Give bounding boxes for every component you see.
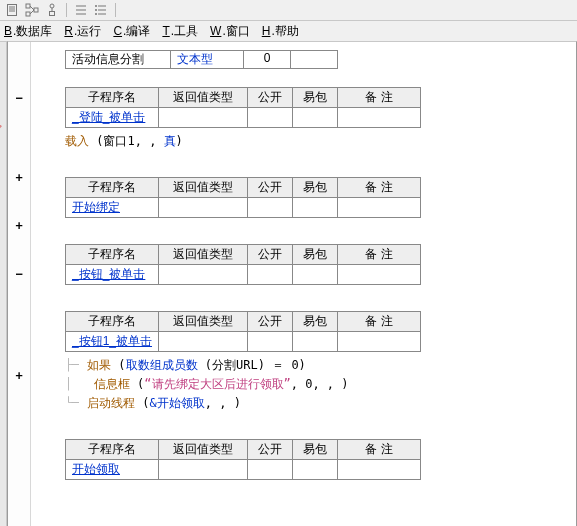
subproc-th: 公开 <box>248 440 293 460</box>
subproc-empty-cell[interactable] <box>248 198 293 218</box>
var-extra[interactable] <box>291 50 338 69</box>
code-area[interactable]: 活动信息分割 文本型 0 子程序名返回值类型公开易包备 注_登陆_被单击 载入 … <box>31 42 576 526</box>
svg-rect-6 <box>34 8 38 12</box>
subproc-block: 子程序名返回值类型公开易包备 注开始绑定 <box>65 177 568 218</box>
menu-tools[interactable]: T.工具 <box>162 23 198 40</box>
subproc-th: 返回值类型 <box>159 312 248 332</box>
svg-rect-0 <box>8 5 17 16</box>
subproc-header-table: 子程序名返回值类型公开易包备 注开始绑定 <box>65 177 421 218</box>
page-icon[interactable] <box>4 2 20 18</box>
subproc-name-link[interactable]: 开始领取 <box>72 462 120 476</box>
subproc-name-cell[interactable]: _按钮1_被单击 <box>66 332 159 352</box>
tree-branch-icon: │ <box>65 375 92 394</box>
subproc-th: 返回值类型 <box>159 440 248 460</box>
subproc-name-cell[interactable]: 开始领取 <box>66 460 159 480</box>
subproc-th: 易包 <box>293 440 338 460</box>
tree-branch-icon: ├─ <box>65 356 85 375</box>
subproc-th: 返回值类型 <box>159 88 248 108</box>
svg-point-9 <box>50 4 54 8</box>
subproc-empty-cell[interactable] <box>338 198 421 218</box>
subproc-name-link[interactable]: _按钮_被单击 <box>72 267 145 281</box>
subproc-empty-cell[interactable] <box>293 265 338 285</box>
subproc-empty-cell[interactable] <box>248 332 293 352</box>
subproc-block: 子程序名返回值类型公开易包备 注开始领取 <box>65 439 568 480</box>
fold-minus-icon[interactable] <box>10 92 28 104</box>
subproc-empty-cell[interactable] <box>293 460 338 480</box>
subproc-empty-cell[interactable] <box>159 108 248 128</box>
subproc-th: 备 注 <box>338 88 421 108</box>
tree-icon[interactable] <box>24 2 40 18</box>
subproc-empty-cell[interactable] <box>159 460 248 480</box>
subproc-th: 公开 <box>248 312 293 332</box>
fold-minus-icon[interactable] <box>10 268 28 280</box>
subproc-name-cell[interactable]: _登陆_被单击 <box>66 108 159 128</box>
svg-point-19 <box>95 9 97 11</box>
fold-plus-icon[interactable] <box>10 370 28 382</box>
menu-help[interactable]: H.帮助 <box>262 23 299 40</box>
code-line[interactable]: 载入 (窗口1, , 真) <box>65 132 568 151</box>
subproc-th: 公开 <box>248 88 293 108</box>
var-type[interactable]: 文本型 <box>171 50 244 69</box>
subproc-th: 子程序名 <box>66 245 159 265</box>
svg-rect-10 <box>50 12 55 16</box>
flow-icon[interactable] <box>44 2 60 18</box>
subproc-th: 返回值类型 <box>159 178 248 198</box>
svg-line-8 <box>30 10 34 14</box>
subproc-header-table: 子程序名返回值类型公开易包备 注开始领取 <box>65 439 421 480</box>
var-count[interactable]: 0 <box>244 50 291 69</box>
toolbar-sep-2 <box>115 3 116 17</box>
subproc-empty-cell[interactable] <box>248 265 293 285</box>
subproc-empty-cell[interactable] <box>248 460 293 480</box>
var-name[interactable]: 活动信息分割 <box>65 50 171 69</box>
subproc-empty-cell[interactable] <box>293 332 338 352</box>
subproc-th: 子程序名 <box>66 312 159 332</box>
subproc-name-cell[interactable]: 开始绑定 <box>66 198 159 218</box>
fold-plus-icon[interactable] <box>10 220 28 232</box>
menu-compile[interactable]: C.编译 <box>113 23 150 40</box>
subproc-th: 子程序名 <box>66 178 159 198</box>
subproc-empty-cell[interactable] <box>338 460 421 480</box>
subproc-empty-cell[interactable] <box>338 108 421 128</box>
list-icon-2[interactable] <box>93 2 109 18</box>
svg-point-18 <box>95 5 97 7</box>
toolbar-icons <box>0 0 577 21</box>
fold-plus-icon[interactable] <box>10 172 28 184</box>
subproc-empty-cell[interactable] <box>159 332 248 352</box>
code-line[interactable]: │ 信息框 (“请先绑定大区后进行领取”, 0, , ) <box>65 375 568 394</box>
subproc-empty-cell[interactable] <box>159 265 248 285</box>
list-icon-1[interactable] <box>73 2 89 18</box>
subproc-th: 子程序名 <box>66 440 159 460</box>
subproc-th: 备 注 <box>338 440 421 460</box>
pencil-icon <box>0 120 4 134</box>
subproc-header-table: 子程序名返回值类型公开易包备 注_按钮_被单击 <box>65 244 421 285</box>
subproc-th: 备 注 <box>338 178 421 198</box>
svg-rect-22 <box>0 122 2 128</box>
subproc-th: 易包 <box>293 88 338 108</box>
code-body: ├─ 如果 (取数组成员数 (分割URL) ＝ 0)│ 信息框 (“请先绑定大区… <box>65 356 568 413</box>
editor: 活动信息分割 文本型 0 子程序名返回值类型公开易包备 注_登陆_被单击 载入 … <box>7 41 577 526</box>
subproc-empty-cell[interactable] <box>159 198 248 218</box>
subproc-empty-cell[interactable] <box>338 265 421 285</box>
subproc-th: 公开 <box>248 178 293 198</box>
subproc-name-link[interactable]: 开始绑定 <box>72 200 120 214</box>
subproc-name-link[interactable]: _登陆_被单击 <box>72 110 145 124</box>
code-line[interactable]: └─ 启动线程 (&开始领取, , ) <box>65 394 568 413</box>
svg-rect-5 <box>26 12 30 16</box>
menu-db[interactable]: B.数据库 <box>4 23 52 40</box>
subproc-empty-cell[interactable] <box>338 332 421 352</box>
subproc-th: 备 注 <box>338 312 421 332</box>
subproc-empty-cell[interactable] <box>248 108 293 128</box>
subproc-th: 公开 <box>248 245 293 265</box>
subproc-th: 返回值类型 <box>159 245 248 265</box>
subproc-name-link[interactable]: _按钮1_被单击 <box>72 334 152 348</box>
subproc-empty-cell[interactable] <box>293 198 338 218</box>
variable-row: 活动信息分割 文本型 0 <box>65 50 568 69</box>
menu-window[interactable]: W.窗口 <box>210 23 250 40</box>
code-line[interactable]: ├─ 如果 (取数组成员数 (分割URL) ＝ 0) <box>65 356 568 375</box>
subproc-name-cell[interactable]: _按钮_被单击 <box>66 265 159 285</box>
svg-rect-4 <box>26 4 30 8</box>
subproc-th: 易包 <box>293 312 338 332</box>
subproc-empty-cell[interactable] <box>293 108 338 128</box>
subproc-header-table: 子程序名返回值类型公开易包备 注_按钮1_被单击 <box>65 311 421 352</box>
menu-run[interactable]: R.运行 <box>64 23 101 40</box>
